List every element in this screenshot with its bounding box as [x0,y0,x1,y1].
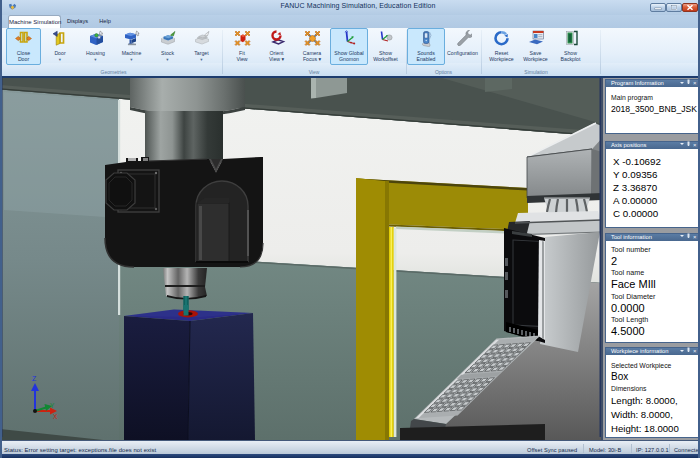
svg-text:X: X [53,413,58,420]
svg-text:Z: Z [32,375,37,382]
svg-text:Y: Y [50,402,55,409]
